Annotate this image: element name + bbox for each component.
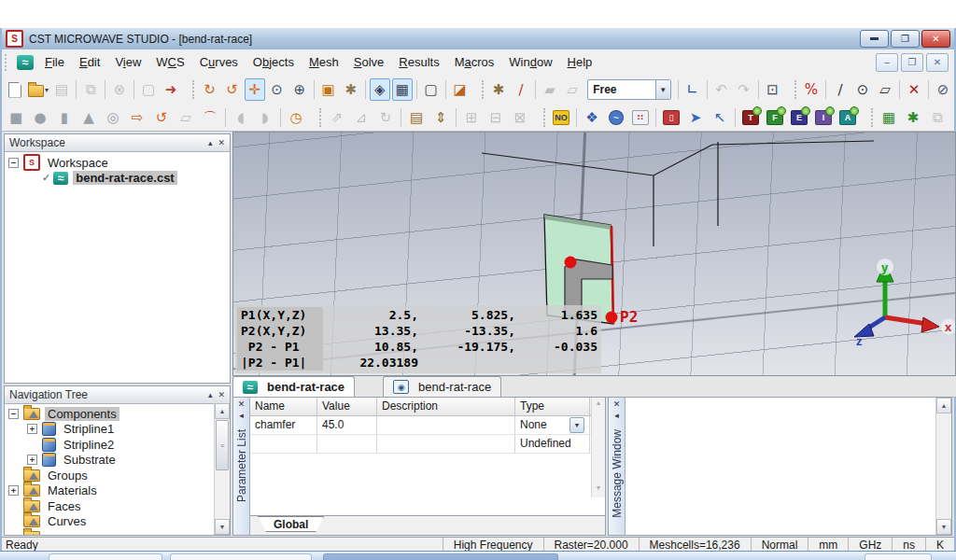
brick-primitive-icon[interactable]: ■: [5, 106, 27, 129]
nav-item-clipped[interactable]: [7, 529, 213, 535]
workspace-collapse-button[interactable]: ▴: [208, 138, 213, 147]
nav-components[interactable]: Components: [7, 406, 213, 422]
edge-tool-icon[interactable]: ∕: [511, 78, 531, 101]
mdi-minimize-button[interactable]: –: [876, 53, 898, 72]
menu-mesh[interactable]: Mesh: [302, 52, 346, 72]
pan-view-icon[interactable]: ✛: [245, 78, 265, 101]
new-document-icon[interactable]: [5, 78, 25, 101]
menu-window[interactable]: Window: [501, 52, 559, 72]
units-icon[interactable]: NO: [550, 106, 572, 129]
parameter-description-cell[interactable]: [377, 416, 515, 434]
undo-wcs-icon[interactable]: ↶: [711, 78, 732, 101]
scroll-down-icon[interactable]: ▼: [592, 484, 605, 496]
clear-picks-icon[interactable]: ⊘: [933, 78, 953, 101]
wireframe-icon[interactable]: ▢: [421, 78, 442, 101]
tree-expander[interactable]: [27, 424, 37, 434]
column-header-value[interactable]: Value: [317, 398, 377, 415]
menu-results[interactable]: Results: [391, 52, 446, 72]
boolean-add-icon[interactable]: ⊞: [460, 106, 483, 129]
zoom-in-icon[interactable]: ⊕: [289, 78, 310, 101]
navigation-close-button[interactable]: ✕: [218, 390, 225, 399]
zoom-view-icon[interactable]: ⊙: [267, 78, 288, 101]
nav-substrate[interactable]: Substrate: [7, 453, 213, 469]
close-button[interactable]: ✕: [921, 30, 950, 48]
navigation-scrollbar[interactable]: ▲ ≡ ▼: [214, 403, 230, 535]
restore-button[interactable]: ❐: [891, 30, 920, 48]
extrude-icon[interactable]: ⇨: [126, 106, 148, 129]
menu-edit[interactable]: Edit: [72, 52, 107, 72]
message-pin-button[interactable]: ◂: [614, 411, 619, 422]
3d-viewport[interactable]: P2 y x z: [232, 132, 956, 376]
message-close-button[interactable]: ✕: [613, 399, 621, 411]
spin-view-icon[interactable]: ↺: [221, 78, 242, 101]
message-window-content[interactable]: ▲ ▼: [626, 398, 951, 535]
align-wcs-icon[interactable]: ⊡: [763, 78, 783, 101]
column-header-type[interactable]: Type: [515, 398, 590, 415]
grid-toggle-icon[interactable]: ▦: [392, 78, 413, 101]
integral-solver-icon[interactable]: I: [812, 106, 835, 129]
tab-model-3d[interactable]: bend-rat-race: [232, 376, 355, 397]
mode-dropdown[interactable]: Free ▼: [587, 79, 671, 100]
menu-objects[interactable]: Objects: [246, 52, 302, 72]
transform-icon[interactable]: ⇗: [326, 106, 348, 129]
nav-stripline2[interactable]: Stripline2: [7, 437, 213, 453]
nav-stripline1[interactable]: Stripline1: [7, 422, 213, 438]
save-icon[interactable]: ▤: [51, 78, 72, 101]
boolean-subtract-icon[interactable]: ⊟: [485, 106, 507, 129]
tree-expander[interactable]: [8, 158, 19, 168]
background-icon[interactable]: ❖: [581, 106, 603, 129]
menu-solve[interactable]: Solve: [346, 52, 392, 72]
transient-solver-icon[interactable]: T: [739, 106, 762, 129]
column-header-name[interactable]: Name: [250, 398, 317, 415]
scroll-up-icon[interactable]: ▲: [936, 398, 951, 413]
axes-toggle-icon[interactable]: ◈: [370, 78, 390, 101]
cylinder-primitive-icon[interactable]: ▮: [53, 106, 76, 129]
scroll-down-icon[interactable]: ▼: [936, 519, 951, 535]
fit-view-icon[interactable]: ▣: [318, 78, 339, 101]
shell-icon[interactable]: ▱: [562, 78, 583, 101]
open-boundary-icon[interactable]: ▯: [660, 106, 682, 129]
workspace-close-button[interactable]: ✕: [218, 138, 225, 147]
message-scrollbar[interactable]: ▲ ▼: [935, 398, 951, 535]
column-header-description[interactable]: Description: [377, 398, 515, 415]
wcs-icon[interactable]: ∟: [682, 78, 703, 101]
asymptotic-solver-icon[interactable]: A: [836, 106, 859, 129]
scroll-thumb[interactable]: ≡: [216, 420, 229, 470]
toolbar-grip[interactable]: [864, 108, 873, 127]
mirror-icon[interactable]: ⊿: [350, 106, 373, 129]
rotate-profile-icon[interactable]: ↺: [150, 106, 173, 129]
scroll-down-icon[interactable]: ▼: [215, 519, 230, 535]
parameter-value-cell[interactable]: 45.0: [317, 416, 377, 434]
boolean-insert-icon[interactable]: ⊠: [509, 106, 531, 129]
chamfer-icon[interactable]: ◗: [254, 106, 276, 129]
parameter-description-cell[interactable]: [377, 435, 515, 453]
menu-wcs[interactable]: WCS: [148, 52, 191, 72]
parameter-name-cell[interactable]: chamfer: [250, 416, 317, 434]
probe-icon[interactable]: ↖: [709, 106, 731, 129]
parameter-scrollbar[interactable]: ▲ ▼: [591, 398, 605, 497]
scroll-up-icon[interactable]: ▲: [215, 403, 230, 419]
mdi-restore-button[interactable]: ❐: [901, 53, 923, 72]
toolbar-grip[interactable]: [312, 108, 321, 127]
mesh-view-icon[interactable]: ▦: [878, 106, 900, 129]
parameter-close-button[interactable]: ✕: [238, 399, 246, 411]
frequency-icon[interactable]: ~: [605, 106, 627, 129]
menu-help[interactable]: Help: [560, 52, 600, 72]
global-sheet-tab[interactable]: Global: [258, 516, 324, 532]
blend-icon[interactable]: ◖: [230, 106, 252, 129]
parameter-type-cell[interactable]: None▼: [515, 416, 590, 434]
nav-curves[interactable]: Curves: [7, 514, 213, 530]
parameter-name-cell[interactable]: [250, 435, 317, 453]
navigation-panel-header[interactable]: Navigation Tree ▴ ✕: [5, 386, 230, 404]
workspace-root[interactable]: Workspace: [7, 155, 228, 171]
pick-coords-icon[interactable]: ✕: [904, 78, 924, 101]
paste-icon[interactable]: ⧉: [80, 78, 101, 101]
parameter-value-cell[interactable]: [317, 435, 377, 453]
bend-icon[interactable]: ↻: [374, 106, 397, 129]
area-tool-icon[interactable]: ◪: [450, 78, 471, 101]
mesh-settings-icon[interactable]: ✱: [902, 106, 924, 129]
pick-face-icon[interactable]: ▱: [875, 78, 895, 101]
measure-distance-icon[interactable]: ⇕: [429, 106, 452, 129]
nav-groups[interactable]: Groups: [7, 468, 213, 483]
open-file-icon[interactable]: ▾: [27, 78, 49, 101]
